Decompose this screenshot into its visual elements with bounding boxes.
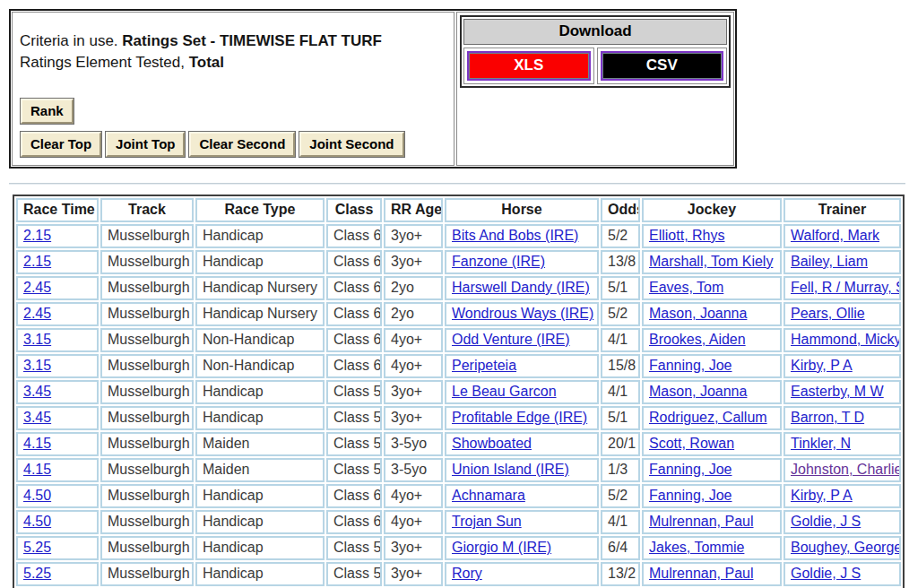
trainer-link[interactable]: Boughey, George xyxy=(791,540,901,555)
race-type-cell: Maiden xyxy=(195,458,325,482)
jockey-cell: Elliott, Rhys xyxy=(642,224,782,248)
trainer-link[interactable]: Walford, Mark xyxy=(791,228,879,243)
track-cell: Musselburgh xyxy=(100,380,194,404)
race-time-link[interactable]: 4.50 xyxy=(23,488,51,503)
jockey-link[interactable]: Elliott, Rhys xyxy=(649,228,724,243)
table-row: 3.15MusselburghNon-HandicapClass 64yo+Pe… xyxy=(16,354,901,378)
jockey-link[interactable]: Fanning, Joe xyxy=(649,358,732,373)
track-cell: Musselburgh xyxy=(100,432,194,456)
trainer-link[interactable]: Barron, T D xyxy=(791,410,864,425)
jockey-link[interactable]: Mason, Joanna xyxy=(649,306,747,321)
horse-link[interactable]: Odd Venture (IRE) xyxy=(452,332,570,347)
horse-link[interactable]: Peripeteia xyxy=(452,358,516,373)
criteria-line2-prefix: Ratings Element Tested, xyxy=(20,54,189,71)
trainer-link[interactable]: Goldie, J S xyxy=(791,566,861,581)
trainer-link[interactable]: Goldie, J S xyxy=(791,514,861,529)
jockey-link[interactable]: Mulrennan, Paul xyxy=(649,514,754,529)
rr-age-cell: 4yo+ xyxy=(384,510,443,534)
trainer-link[interactable]: Pears, Ollie xyxy=(791,306,865,321)
race-time-link[interactable]: 5.25 xyxy=(23,540,51,555)
class-cell: Class 5 xyxy=(326,406,382,430)
trainer-link[interactable]: Kirby, P A xyxy=(791,488,853,503)
criteria-line1-prefix: Criteria in use. xyxy=(20,32,122,49)
table-row: 5.25MusselburghHandicapClass 53yo+Rory13… xyxy=(16,562,901,586)
odds-cell: 5/1 xyxy=(601,406,640,430)
trainer-link[interactable]: Hammond, Micky xyxy=(791,332,901,347)
race-time-link[interactable]: 3.45 xyxy=(23,384,51,399)
horse-link[interactable]: Rory xyxy=(452,566,482,581)
horse-link[interactable]: Union Island (IRE) xyxy=(452,462,569,477)
race-time-link[interactable]: 3.15 xyxy=(23,358,51,373)
col-header-track: Track xyxy=(100,198,194,222)
race-time-link[interactable]: 2.45 xyxy=(23,280,51,295)
race-type-cell: Handicap xyxy=(195,380,325,404)
jockey-cell: Fanning, Joe xyxy=(642,354,782,378)
rr-age-cell: 4yo+ xyxy=(384,354,443,378)
criteria-panel: Criteria in use. Ratings Set - TIMEWISE … xyxy=(12,12,454,166)
rank-button[interactable]: Rank xyxy=(21,99,74,124)
joint-top-button[interactable]: Joint Top xyxy=(106,132,185,157)
horse-link[interactable]: Showboated xyxy=(452,436,532,451)
jockey-link[interactable]: Brookes, Aiden xyxy=(649,332,746,347)
jockey-link[interactable]: Mulrennan, Paul xyxy=(649,566,754,581)
header-row: Race Time Track Race Type Class RR Age H… xyxy=(16,198,901,222)
joint-second-button[interactable]: Joint Second xyxy=(299,132,403,157)
jockey-link[interactable]: Rodriguez, Callum xyxy=(649,410,767,425)
race-time-link[interactable]: 3.45 xyxy=(23,410,51,425)
rr-age-cell: 3yo+ xyxy=(384,380,443,404)
race-time-link[interactable]: 2.45 xyxy=(23,306,51,321)
jockey-link[interactable]: Eaves, Tom xyxy=(649,280,723,295)
jockey-link[interactable]: Jakes, Tommie xyxy=(649,540,744,555)
race-time-link[interactable]: 5.25 xyxy=(23,566,51,581)
trainer-cell: Pears, Ollie xyxy=(783,302,901,326)
clear-second-button[interactable]: Clear Second xyxy=(189,132,295,157)
horse-link[interactable]: Le Beau Garcon xyxy=(452,384,557,399)
race-time-link[interactable]: 2.15 xyxy=(23,228,51,243)
trainer-link[interactable]: Kirby, P A xyxy=(791,358,853,373)
race-type-cell: Handicap xyxy=(195,250,325,274)
rank-button-row: Rank xyxy=(20,98,448,125)
download-xls-button[interactable]: XLS xyxy=(467,51,591,81)
jockey-link[interactable]: Fanning, Joe xyxy=(649,462,732,477)
race-time-link[interactable]: 4.50 xyxy=(23,514,51,529)
class-cell: Class 6 xyxy=(326,250,382,274)
horse-link[interactable]: Bits And Bobs (IRE) xyxy=(452,228,578,243)
horse-link[interactable]: Giorgio M (IRE) xyxy=(452,540,551,555)
trainer-link[interactable]: Tinkler, N xyxy=(791,436,851,451)
horse-link[interactable]: Fanzone (IRE) xyxy=(452,254,545,269)
trainer-link[interactable]: Johnston, Charlie xyxy=(791,462,901,477)
class-cell: Class 5 xyxy=(326,380,382,404)
race-time-cell: 2.15 xyxy=(16,250,99,274)
horse-link[interactable]: Wondrous Ways (IRE) xyxy=(452,306,593,321)
trainer-cell: Bailey, Liam xyxy=(783,250,901,274)
trainer-link[interactable]: Bailey, Liam xyxy=(791,254,868,269)
criteria-download-panel: Criteria in use. Ratings Set - TIMEWISE … xyxy=(9,9,737,169)
table-row: 2.15MusselburghHandicapClass 63yo+Fanzon… xyxy=(16,250,901,274)
horse-link[interactable]: Harswell Dandy (IRE) xyxy=(452,280,590,295)
race-time-link[interactable]: 4.15 xyxy=(23,436,51,451)
trainer-link[interactable]: Fell, R / Murray, S xyxy=(791,280,901,295)
race-time-link[interactable]: 4.15 xyxy=(23,462,51,477)
horse-link[interactable]: Profitable Edge (IRE) xyxy=(452,410,587,425)
class-cell: Class 5 xyxy=(326,432,382,456)
horse-link[interactable]: Trojan Sun xyxy=(452,514,522,529)
race-type-cell: Handicap Nursery xyxy=(195,302,325,326)
track-cell: Musselburgh xyxy=(100,224,194,248)
horse-cell: Profitable Edge (IRE) xyxy=(445,406,599,430)
odds-cell: 15/8 xyxy=(601,354,640,378)
trainer-link[interactable]: Easterby, M W xyxy=(791,384,884,399)
race-time-link[interactable]: 3.15 xyxy=(23,332,51,347)
horse-link[interactable]: Achnamara xyxy=(452,488,525,503)
jockey-link[interactable]: Fanning, Joe xyxy=(649,488,732,503)
criteria-text: Criteria in use. Ratings Set - TIMEWISE … xyxy=(20,30,448,74)
jockey-link[interactable]: Mason, Joanna xyxy=(649,384,747,399)
download-csv-button[interactable]: CSV xyxy=(601,51,724,81)
odds-cell: 1/3 xyxy=(601,458,640,482)
race-time-link[interactable]: 2.15 xyxy=(23,254,51,269)
clear-top-button[interactable]: Clear Top xyxy=(21,132,101,157)
track-cell: Musselburgh xyxy=(100,354,194,378)
jockey-link[interactable]: Marshall, Tom Kiely xyxy=(649,254,773,269)
col-header-odds: Odds xyxy=(601,198,640,222)
jockey-link[interactable]: Scott, Rowan xyxy=(649,436,734,451)
jockey-cell: Brookes, Aiden xyxy=(642,328,782,352)
